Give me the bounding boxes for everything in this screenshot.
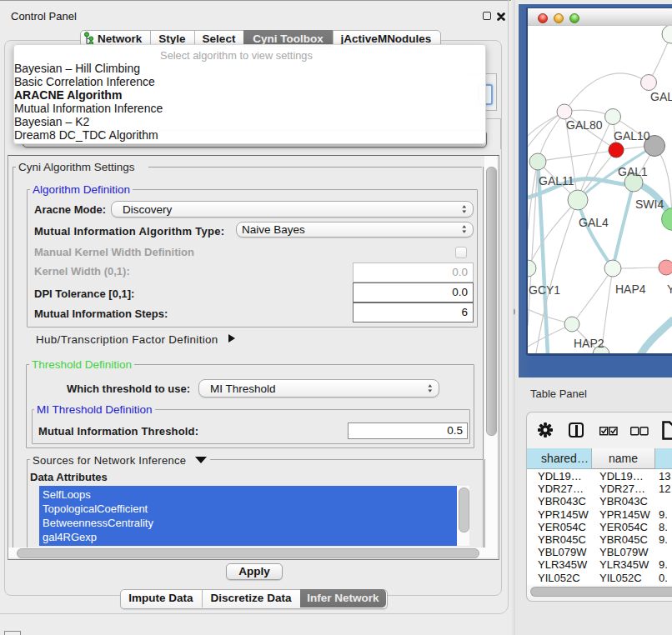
svg-text:Y: Y: [667, 282, 672, 296]
svg-text:GAL11: GAL11: [539, 174, 574, 188]
svg-text:HAP4: HAP4: [615, 282, 646, 296]
svg-text:GAL80: GAL80: [566, 118, 603, 132]
svg-text:GAL4: GAL4: [579, 216, 609, 229]
svg-text:GAL7: GAL7: [650, 90, 672, 103]
svg-text:SWI4: SWI4: [635, 198, 664, 211]
svg-text:HAP2: HAP2: [574, 337, 604, 350]
svg-text:GCY1: GCY1: [529, 283, 560, 297]
svg-text:GAL10: GAL10: [614, 129, 650, 142]
svg-text:GAL1: GAL1: [618, 165, 648, 178]
